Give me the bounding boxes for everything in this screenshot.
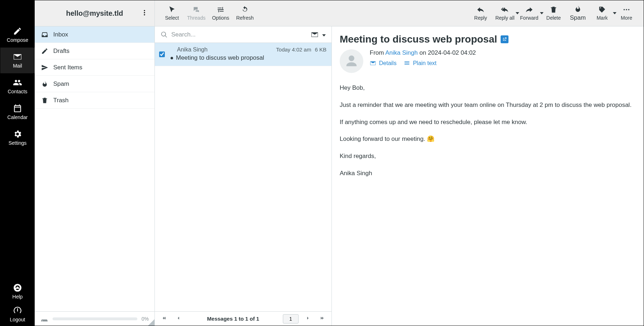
reply-icon [477, 6, 485, 14]
pencil-icon [41, 48, 48, 55]
svg-point-4 [626, 9, 627, 10]
folder-trash[interactable]: Trash [35, 92, 154, 109]
preview-body: Hey Bob, Just a reminder that we are mee… [340, 84, 636, 186]
toolbar-reply-all[interactable]: Reply all [493, 0, 517, 26]
toolbar-more[interactable]: More [614, 0, 639, 26]
folder-drafts[interactable]: Drafts [35, 43, 154, 59]
folder-label: Trash [53, 97, 69, 104]
search-input[interactable] [171, 31, 307, 38]
account-menu-button[interactable] [141, 9, 148, 18]
body-paragraph: Kind regards, [340, 152, 636, 160]
mail-icon [13, 52, 22, 61]
from-label: From [370, 49, 384, 56]
reply-all-icon [501, 6, 509, 14]
taskbar-calendar-label: Calendar [8, 114, 28, 120]
open-window-button[interactable] [501, 35, 508, 43]
help-icon [13, 283, 22, 292]
preview-subject-row: Meeting to discuss web proposal [340, 34, 636, 45]
preview-subject: Meeting to discuss web proposal [340, 34, 497, 45]
lines-icon [404, 60, 410, 66]
taskbar-contacts[interactable]: Contacts [0, 73, 35, 99]
toolbar-more-label: More [621, 15, 632, 21]
preview-from-line: From Anika Singh on 2024-04-02 04:02 [370, 49, 476, 56]
folder-inbox[interactable]: Inbox [35, 26, 154, 43]
plain-text-link[interactable]: Plain text [404, 60, 437, 66]
on-label: on [419, 49, 426, 56]
taskbar-logout[interactable]: Logout [0, 303, 35, 326]
calendar-icon [13, 104, 22, 113]
taskbar-settings-label: Settings [9, 140, 27, 146]
list-footer: Messages 1 to 1 of 1 [155, 311, 331, 326]
quota-footer: 0% [35, 311, 154, 326]
folders-header: hello@mysite.tld [35, 0, 154, 26]
toolbar-select[interactable]: Select [160, 0, 184, 26]
forward-icon [525, 6, 533, 14]
message-date: Today 4:02 am [276, 46, 311, 53]
toolbar-delete[interactable]: Delete [541, 0, 566, 26]
folder-label: Inbox [53, 31, 68, 38]
taskbar-help-label: Help [13, 294, 23, 300]
settings-gear-icon [13, 129, 22, 139]
body-paragraph: Hey Bob, [340, 84, 636, 92]
message-item[interactable]: Anika Singh Today 4:02 am 6 KB Meeting t… [155, 43, 331, 66]
toolbar-refresh[interactable]: Refresh [233, 0, 257, 26]
message-checkbox[interactable] [159, 51, 165, 57]
plain-text-label: Plain text [413, 60, 437, 66]
message-list-pane: Anika Singh Today 4:02 am 6 KB Meeting t… [155, 26, 332, 326]
page-last[interactable] [317, 315, 327, 322]
toolbar-spam[interactable]: Spam [566, 0, 590, 26]
taskbar: Compose Mail Contacts Calendar Settings … [0, 0, 35, 326]
contacts-icon [13, 78, 22, 87]
taskbar-help[interactable]: Help [0, 280, 35, 303]
trash-icon [550, 6, 557, 14]
fire-icon [41, 80, 48, 88]
page-number-input[interactable] [283, 314, 299, 323]
folder-sent[interactable]: Sent Items [35, 59, 154, 76]
trash-icon [41, 97, 48, 104]
toolbar-delete-label: Delete [546, 15, 561, 21]
pager-status: Messages 1 to 1 of 1 [188, 316, 279, 322]
search-icon [161, 31, 168, 38]
main-area: Select Threads Options Refresh [155, 0, 644, 326]
folder-spam[interactable]: Spam [35, 76, 154, 92]
preview-pane: Meeting to discuss web proposal From Ani… [332, 26, 644, 326]
svg-point-1 [144, 12, 145, 13]
user-icon [345, 54, 358, 68]
taskbar-settings[interactable]: Settings [0, 125, 35, 150]
taskbar-mail[interactable]: Mail [0, 48, 35, 73]
external-link-icon [502, 37, 507, 42]
svg-point-5 [628, 9, 630, 10]
taskbar-compose[interactable]: Compose [0, 22, 35, 48]
toolbar-forward-label: Forward [520, 15, 538, 21]
search-bar [155, 26, 331, 43]
fire-icon [574, 5, 582, 13]
folder-label: Drafts [53, 48, 69, 55]
search-scope-dropdown[interactable] [322, 31, 326, 38]
unread-dot-icon [171, 57, 173, 59]
top-toolbar: Select Threads Options Refresh [155, 0, 644, 26]
svg-point-3 [624, 9, 625, 10]
toolbar-options-label: Options [212, 15, 229, 21]
toolbar-reply[interactable]: Reply [468, 0, 493, 26]
message-list: Anika Singh Today 4:02 am 6 KB Meeting t… [155, 43, 331, 311]
send-icon [41, 64, 48, 71]
page-prev[interactable] [173, 315, 183, 322]
details-label: Details [379, 60, 397, 66]
taskbar-calendar[interactable]: Calendar [0, 99, 35, 125]
resize-handle-icon[interactable] [148, 319, 154, 326]
body-paragraph: Looking forward to our meeting. 🤗 [340, 135, 636, 143]
page-first[interactable] [159, 315, 169, 322]
envelope-icon[interactable] [311, 31, 319, 39]
inbox-icon [41, 31, 48, 38]
toolbar-reply-all-label: Reply all [495, 15, 515, 21]
page-next[interactable] [303, 315, 313, 322]
toolbar-options[interactable]: Options [208, 0, 233, 26]
folder-label: Spam [53, 80, 69, 88]
toolbar-mark[interactable]: Mark [590, 0, 614, 26]
toolbar-forward[interactable]: Forward [517, 0, 541, 26]
details-link[interactable]: Details [370, 60, 397, 66]
sliders-icon [217, 6, 225, 14]
preview-from-name[interactable]: Anika Singh [385, 49, 418, 56]
toolbar-mark-label: Mark [596, 15, 608, 21]
toolbar-threads: Threads [184, 0, 208, 26]
